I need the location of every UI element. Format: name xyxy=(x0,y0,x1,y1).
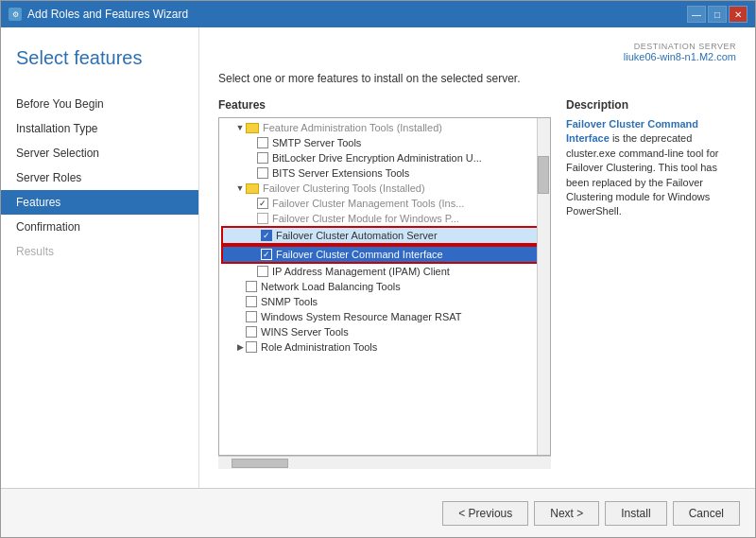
h-scrollbar-thumb[interactable] xyxy=(232,459,288,468)
tree-item-wins[interactable]: WINS Server Tools xyxy=(219,324,550,339)
item-label: Failover Cluster Command Interface xyxy=(276,249,443,260)
checkbox-snmp[interactable] xyxy=(246,296,257,307)
features-panel: Features ▼ Feature Administration Tools … xyxy=(218,98,551,469)
sidebar-item-confirmation[interactable]: Confirmation xyxy=(1,215,198,239)
item-label: Role Administration Tools xyxy=(261,341,377,353)
expand-spacer xyxy=(246,213,257,224)
checkbox-wsrm[interactable] xyxy=(246,311,257,322)
features-label: Features xyxy=(218,98,551,112)
sidebar-item-installation-type[interactable]: Installation Type xyxy=(1,116,198,141)
checkbox-role-admin[interactable] xyxy=(246,341,257,353)
expand-spacer xyxy=(246,152,257,164)
horizontal-scrollbar[interactable] xyxy=(218,456,551,469)
tree-item-feat-admin-tools: ▼ Feature Administration Tools (Installe… xyxy=(219,120,550,135)
close-button[interactable]: ✕ xyxy=(729,6,747,23)
item-label: IP Address Management (IPAM) Client xyxy=(272,266,450,277)
tree-item-nlb[interactable]: Network Load Balancing Tools xyxy=(219,279,550,294)
next-button[interactable]: Next > xyxy=(534,501,599,526)
wizard-window: ⚙ Add Roles and Features Wizard — □ ✕ Se… xyxy=(0,0,756,538)
folder-icon xyxy=(246,183,259,194)
tree-item-failover-module[interactable]: Failover Cluster Module for Windows P... xyxy=(219,211,550,226)
item-label: Failover Clustering Tools (Installed) xyxy=(263,182,425,194)
expand-spacer xyxy=(249,230,261,241)
description-panel: Description Failover Cluster Command Int… xyxy=(566,98,736,469)
sidebar-header: Select features xyxy=(1,27,198,84)
sidebar-item-server-roles[interactable]: Server Roles xyxy=(1,165,198,190)
item-label: Feature Administration Tools (Installed) xyxy=(263,122,442,133)
minimize-button[interactable]: — xyxy=(687,6,706,23)
expand-spacer xyxy=(234,281,246,292)
item-label: Failover Cluster Module for Windows P... xyxy=(272,213,459,224)
tree-item-failover-cli[interactable]: ✓ Failover Cluster Command Interface xyxy=(221,245,548,264)
item-label: SNMP Tools xyxy=(261,296,318,307)
expand-spacer xyxy=(246,266,257,277)
checkbox-wins[interactable] xyxy=(246,326,257,338)
instruction-text: Select one or more features to install o… xyxy=(218,72,736,85)
cancel-button[interactable]: Cancel xyxy=(673,501,740,526)
description-body-text: is the deprecated cluster.exe command-li… xyxy=(566,132,718,217)
expand-spacer xyxy=(234,326,246,338)
expand-spacer xyxy=(246,167,257,179)
tree-item-failover-automation[interactable]: ✓ Failover Cluster Automation Server xyxy=(221,226,548,245)
window-controls: — □ ✕ xyxy=(687,6,747,23)
expand-spacer xyxy=(234,296,246,307)
item-label: Failover Cluster Management Tools (Ins..… xyxy=(272,198,464,209)
features-tree-container: ▼ Feature Administration Tools (Installe… xyxy=(218,117,551,456)
sidebar: Select features Before You Begin Install… xyxy=(1,27,199,488)
destination-server-name: liuke06-win8-n1.M2.com xyxy=(624,51,736,62)
checkbox-nlb[interactable] xyxy=(246,281,257,292)
tree-item-role-admin[interactable]: ▶ Role Administration Tools xyxy=(219,339,550,355)
tree-item-wsrm[interactable]: Windows System Resource Manager RSAT xyxy=(219,309,550,324)
item-label: BITS Server Extensions Tools xyxy=(272,167,409,179)
wizard-footer: < Previous Next > Install Cancel xyxy=(1,488,755,537)
tree-item-bitlocker[interactable]: BitLocker Drive Encryption Administratio… xyxy=(219,150,550,165)
sidebar-item-before-you-begin[interactable]: Before You Begin xyxy=(1,92,198,116)
tree-item-bits-ext[interactable]: BITS Server Extensions Tools xyxy=(219,165,550,181)
tree-item-snmp[interactable]: SNMP Tools xyxy=(219,294,550,309)
tree-item-smtp-tools[interactable]: SMTP Server Tools xyxy=(219,135,550,150)
description-heading: Description xyxy=(566,98,736,112)
app-icon: ⚙ xyxy=(9,8,22,21)
expand-spacer xyxy=(234,311,246,322)
destination-server-info: DESTINATION SERVER liuke06-win8-n1.M2.co… xyxy=(624,42,736,62)
title-bar-left: ⚙ Add Roles and Features Wizard xyxy=(9,8,188,21)
folder-icon xyxy=(246,123,259,133)
window-title: Add Roles and Features Wizard xyxy=(27,8,188,21)
tree-item-failover-tools: ▼ Failover Clustering Tools (Installed) xyxy=(219,181,550,196)
item-label: SMTP Server Tools xyxy=(272,137,361,148)
description-body: Failover Cluster Command Interface is th… xyxy=(566,117,736,219)
expand-spacer xyxy=(249,249,261,260)
sidebar-item-features[interactable]: Features xyxy=(1,190,198,215)
sidebar-item-server-selection[interactable]: Server Selection xyxy=(1,141,198,165)
content-area: DESTINATION SERVER liuke06-win8-n1.M2.co… xyxy=(199,27,755,488)
checkbox-failover-mgmt[interactable]: ✓ xyxy=(257,198,268,209)
checkbox-smtp[interactable] xyxy=(257,137,268,148)
maximize-button[interactable]: □ xyxy=(708,6,727,23)
checkbox-failover-automation[interactable]: ✓ xyxy=(261,230,272,241)
checkbox-bits[interactable] xyxy=(257,167,268,179)
vertical-scrollbar[interactable] xyxy=(537,118,550,455)
sidebar-item-results: Results xyxy=(1,239,198,264)
scrollbar-thumb[interactable] xyxy=(538,156,549,194)
main-content: Select features Before You Begin Install… xyxy=(1,27,755,488)
item-label: Failover Cluster Automation Server xyxy=(276,230,438,241)
tree-item-failover-mgmt[interactable]: ✓ Failover Cluster Management Tools (Ins… xyxy=(219,196,550,211)
expand-spacer xyxy=(246,137,257,148)
item-label: WINS Server Tools xyxy=(261,326,349,338)
content-body: Features ▼ Feature Administration Tools … xyxy=(218,98,736,469)
item-label: Windows System Resource Manager RSAT xyxy=(261,311,462,322)
features-tree[interactable]: ▼ Feature Administration Tools (Installe… xyxy=(219,118,550,455)
expand-spacer xyxy=(246,198,257,209)
tree-item-ip-addr[interactable]: IP Address Management (IPAM) Client xyxy=(219,264,550,279)
previous-button[interactable]: < Previous xyxy=(442,501,528,526)
checkbox-failover-module[interactable] xyxy=(257,213,268,224)
item-label: BitLocker Drive Encryption Administratio… xyxy=(272,152,482,164)
checkbox-ip-addr[interactable] xyxy=(257,266,268,277)
item-label: Network Load Balancing Tools xyxy=(261,281,401,292)
checkbox-failover-cli[interactable]: ✓ xyxy=(261,249,272,260)
page-title: Select features xyxy=(16,46,183,69)
expand-icon: ▼ xyxy=(234,122,246,133)
title-bar: ⚙ Add Roles and Features Wizard — □ ✕ xyxy=(1,1,755,27)
install-button[interactable]: Install xyxy=(605,501,666,526)
checkbox-bitlocker[interactable] xyxy=(257,152,268,164)
